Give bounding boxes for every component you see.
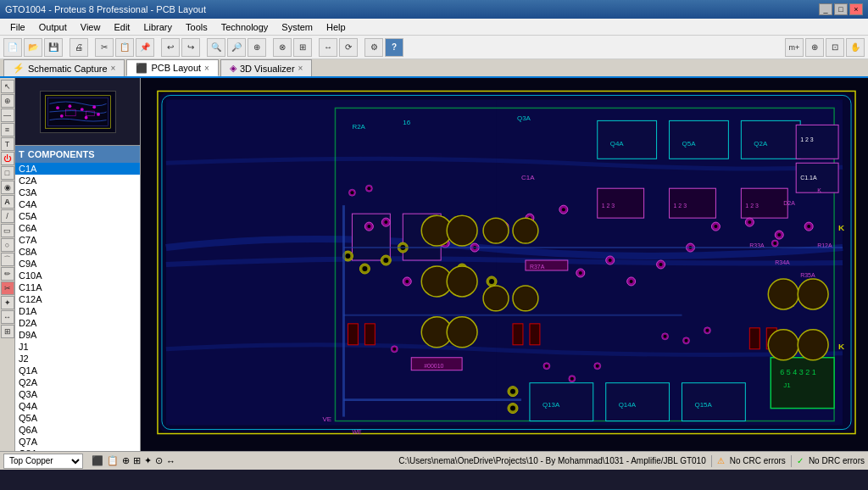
zoom-fit-button[interactable]: ⊕	[248, 38, 266, 57]
move-button[interactable]: ↔	[319, 38, 337, 57]
pcb-canvas-area[interactable]: Q4A Q5A Q2A Q13A Q14A Q15A J1 6 5 4 3 2 …	[141, 78, 868, 451]
select-tool[interactable]: ↖	[1, 80, 14, 93]
component-item-q6a[interactable]: Q6A	[15, 424, 140, 436]
restore-button[interactable]: □	[834, 3, 848, 15]
scissors-tool[interactable]: ✂	[1, 281, 14, 295]
component-item-q4a[interactable]: Q4A	[15, 400, 140, 412]
grid-button[interactable]: ⊞	[293, 38, 312, 57]
menu-file[interactable]: File	[3, 20, 32, 34]
tab-schematic[interactable]: ⚡ Schematic Capture ×	[3, 59, 125, 76]
snap-tool[interactable]: ⊞	[1, 325, 14, 338]
component-item-d9a[interactable]: D9A	[15, 329, 140, 341]
new-button[interactable]: 📄	[3, 38, 22, 57]
icon5: ✦	[144, 455, 152, 466]
svg-point-145	[570, 377, 574, 381]
menu-system[interactable]: System	[275, 20, 320, 34]
zoom-in-button[interactable]: 🔍	[207, 38, 225, 57]
marker-tool[interactable]: ✦	[1, 296, 14, 309]
component-item-c2a[interactable]: C2A	[15, 175, 140, 187]
menu-view[interactable]: View	[74, 20, 108, 34]
component-item-c7a[interactable]: C7A	[15, 234, 140, 246]
tab-pcblayout[interactable]: ⬛ PCB Layout ×	[126, 59, 219, 76]
line-tool[interactable]: /	[1, 209, 14, 223]
component-item-c3a[interactable]: C3A	[15, 187, 140, 198]
measure-button[interactable]: m+	[785, 38, 804, 57]
menu-technology[interactable]: Technology	[214, 20, 275, 34]
component-item-c10a[interactable]: C10A	[15, 270, 140, 281]
component-list[interactable]: C1AC2AC3AC4AC5AC6AC7AC8AC9AC10AC11AC12AD…	[15, 163, 140, 451]
layer-selector[interactable]: Top Copper Bottom Copper Top Silk Bottom…	[3, 454, 83, 469]
rotate-button[interactable]: ⟳	[339, 38, 358, 57]
component-item-q2a[interactable]: Q2A	[15, 376, 140, 388]
menu-help[interactable]: Help	[320, 20, 353, 34]
undo-button[interactable]: ↩	[161, 38, 180, 57]
paste-button[interactable]: 📌	[136, 38, 154, 57]
svg-point-58	[367, 225, 370, 228]
circle-tool[interactable]: ○	[1, 238, 14, 252]
component-tool[interactable]: ⊕	[1, 94, 14, 108]
route-button[interactable]: ⊕	[805, 38, 824, 57]
cut-button[interactable]: ✂	[95, 38, 114, 57]
zoom-out-button[interactable]: 🔎	[227, 38, 246, 57]
svg-text:6 5 4 3 2 1: 6 5 4 3 2 1	[780, 368, 815, 376]
wire-tool[interactable]: —	[1, 109, 14, 122]
path-tool[interactable]: ✏	[1, 267, 14, 281]
settings-button[interactable]: ⚙	[364, 38, 383, 57]
component-item-c5a[interactable]: C5A	[15, 210, 140, 222]
component-item-c8a[interactable]: C8A	[15, 246, 140, 258]
menu-output[interactable]: Output	[32, 20, 74, 34]
pcb-tab-close[interactable]: ×	[204, 64, 209, 73]
component-item-d2a[interactable]: D2A	[15, 317, 140, 329]
component-item-q7a[interactable]: Q7A	[15, 436, 140, 448]
component-item-c9a[interactable]: C9A	[15, 258, 140, 270]
pcb-canvas[interactable]: Q4A Q5A Q2A Q13A Q14A Q15A J1 6 5 4 3 2 …	[141, 78, 868, 451]
component-item-c4a[interactable]: C4A	[15, 198, 140, 210]
component-item-c1a[interactable]: C1A	[15, 163, 140, 175]
zoom-area-button[interactable]: ⊡	[826, 38, 844, 57]
schematic-tab-label: Schematic Capture	[28, 64, 108, 74]
component-item-c12a[interactable]: C12A	[15, 293, 140, 305]
tab-3dvisualizer[interactable]: ◈ 3D Visualizer ×	[220, 59, 312, 76]
svg-point-119	[447, 215, 477, 246]
schematic-tab-close[interactable]: ×	[111, 64, 116, 73]
arc-tool[interactable]: ⌒	[1, 253, 14, 266]
help-button[interactable]: ?	[385, 38, 403, 57]
power-tool[interactable]: ⏻	[1, 152, 14, 165]
svg-rect-50	[530, 324, 540, 345]
probe-tool[interactable]: ◉	[1, 181, 14, 194]
component-item-q3a[interactable]: Q3A	[15, 388, 140, 400]
rect-tool[interactable]: ▭	[1, 224, 14, 237]
pan-button[interactable]: ✋	[846, 38, 865, 57]
component-item-c6a[interactable]: C6A	[15, 222, 140, 234]
component-item-d1a[interactable]: D1A	[15, 305, 140, 317]
component-item-c11a[interactable]: C11A	[15, 281, 140, 293]
snap-button[interactable]: ⊗	[273, 38, 292, 57]
port-tool[interactable]: □	[1, 166, 14, 180]
label-tool[interactable]: T	[1, 137, 14, 151]
dimension-tool[interactable]: ↔	[1, 310, 14, 324]
svg-point-130	[768, 330, 798, 360]
menu-edit[interactable]: Edit	[107, 20, 136, 34]
svg-text:K: K	[838, 342, 845, 351]
print-button[interactable]: 🖨	[70, 38, 88, 57]
crc-status: No CRC errors	[730, 456, 786, 465]
open-button[interactable]: 📂	[24, 38, 42, 57]
svg-text:C1.1A: C1.1A	[800, 175, 817, 181]
component-item-q8a[interactable]: Q8A	[15, 448, 140, 451]
component-item-j2[interactable]: J2	[15, 353, 140, 365]
bus-tool[interactable]: ≡	[1, 123, 14, 136]
svg-rect-20	[598, 120, 657, 159]
minimize-button[interactable]: _	[819, 3, 832, 15]
menu-library[interactable]: Library	[136, 20, 179, 34]
text-tool[interactable]: A	[1, 195, 14, 209]
3d-tab-close[interactable]: ×	[298, 64, 303, 73]
redo-button[interactable]: ↪	[181, 38, 200, 57]
copy-button[interactable]: 📋	[115, 38, 134, 57]
icon4: ⊞	[133, 455, 141, 466]
component-item-j1[interactable]: J1	[15, 341, 140, 353]
component-item-q5a[interactable]: Q5A	[15, 412, 140, 424]
component-item-q1a[interactable]: Q1A	[15, 365, 140, 376]
save-button[interactable]: 💾	[44, 38, 63, 57]
close-button[interactable]: ×	[849, 3, 863, 15]
menu-tools[interactable]: Tools	[179, 20, 214, 34]
